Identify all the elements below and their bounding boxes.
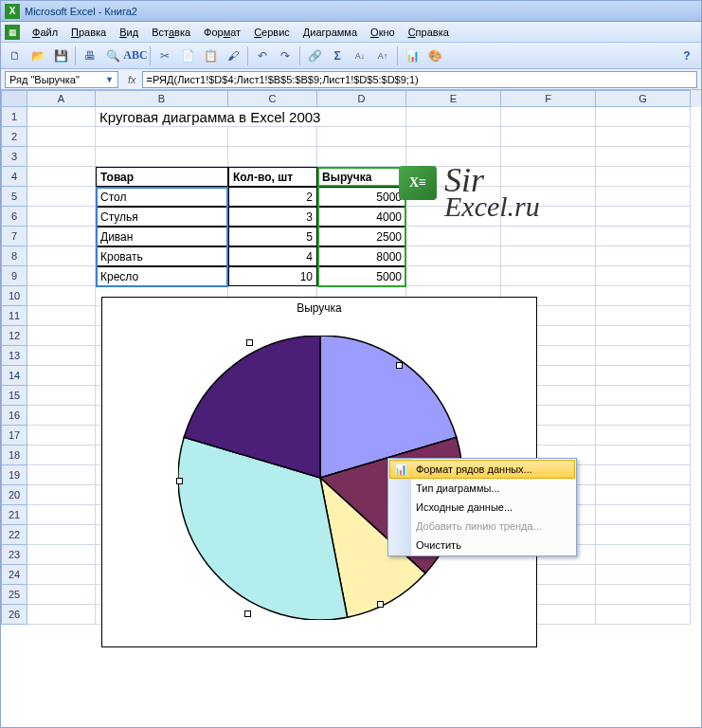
row-header-12[interactable]: 12 [1,326,27,346]
cell-E1[interactable] [406,107,501,127]
row-header-14[interactable]: 14 [1,366,27,386]
cell-D5[interactable]: 5000 [317,187,406,207]
cell-G14[interactable] [596,366,691,386]
copy-button[interactable]: 📄 [177,46,198,66]
drawing-toolbar-button[interactable]: 🎨 [424,46,445,66]
spreadsheet-grid[interactable]: A B C D E F G /*rows rendered below manu… [1,90,701,727]
spellcheck-button[interactable]: ABC [125,46,146,66]
row-header-4[interactable]: 4 [1,167,27,187]
cell-A2[interactable] [27,127,96,147]
row-header-11[interactable]: 11 [1,306,27,326]
row-header-21[interactable]: 21 [1,505,27,525]
menu-format[interactable]: Формат [197,25,247,40]
redo-button[interactable]: ↷ [275,46,296,66]
new-button[interactable]: 🗋 [5,46,26,66]
menu-edit[interactable]: Правка [64,25,113,40]
row-header-19[interactable]: 19 [1,465,27,485]
cell-A7[interactable] [27,227,96,246]
cell-A23[interactable] [27,545,96,565]
cell-F7[interactable] [501,227,596,246]
menu-chart[interactable]: Диаграмма [297,25,364,40]
cell-A21[interactable] [27,505,96,525]
autosum-button[interactable]: Σ [327,46,348,66]
cell-A15[interactable] [27,386,96,406]
row-header-24[interactable]: 24 [1,565,27,585]
undo-button[interactable]: ↶ [252,46,273,66]
cell-G20[interactable] [596,485,691,505]
cell-A1[interactable] [27,107,96,127]
cell-A22[interactable] [27,525,96,545]
cell-F8[interactable] [501,246,596,266]
cell-B4[interactable]: Товар [96,167,228,187]
cell-G5[interactable] [596,187,691,207]
cell-G19[interactable] [596,465,691,485]
name-box-dropdown-icon[interactable]: ▼ [105,75,114,84]
cell-A26[interactable] [27,605,96,625]
chart-handle[interactable] [377,601,384,608]
row-header-18[interactable]: 18 [1,446,27,465]
chart-wizard-button[interactable]: 📊 [402,46,423,66]
cell-A11[interactable] [27,306,96,326]
chart-handle[interactable] [244,610,251,617]
cell-G7[interactable] [596,227,691,246]
cell-G10[interactable] [596,286,691,306]
row-header-6[interactable]: 6 [1,207,27,227]
cell-B3[interactable] [96,147,228,167]
cell-G15[interactable] [596,386,691,406]
cell-D4[interactable]: Выручка [317,167,406,187]
cell-D8[interactable]: 8000 [317,246,406,266]
row-header-13[interactable]: 13 [1,346,27,366]
print-preview-button[interactable]: 🔍 [102,46,123,66]
cell-A17[interactable] [27,426,96,446]
ctx-chart-type[interactable]: Тип диаграммы... [389,479,575,498]
col-header-E[interactable]: E [406,90,501,107]
row-header-5[interactable]: 5 [1,187,27,207]
cell-D6[interactable]: 4000 [317,207,406,227]
row-header-10[interactable]: 10 [1,286,27,306]
row-header-3[interactable]: 3 [1,147,27,167]
cell-G26[interactable] [596,605,691,625]
cell-C8[interactable]: 4 [228,246,317,266]
cell-E8[interactable] [406,246,501,266]
col-header-C[interactable]: C [228,90,317,107]
ctx-source-data[interactable]: Исходные данные... [389,498,575,517]
row-header-8[interactable]: 8 [1,246,27,266]
cell-C2[interactable] [228,127,317,147]
cell-G2[interactable] [596,127,691,147]
cell-B8[interactable]: Кровать [96,246,228,266]
ctx-format-series[interactable]: 📊 Формат рядов данных... [389,460,575,479]
cell-G1[interactable] [596,107,691,127]
format-painter-button[interactable]: 🖌 [223,46,243,66]
cell-B5[interactable]: Стол [96,187,228,207]
help-button[interactable]: ? [676,46,697,66]
cell-B6[interactable]: Стулья [96,207,228,227]
cell-F2[interactable] [501,127,596,147]
chart-handle[interactable] [246,339,253,346]
cell-C4[interactable]: Кол-во, шт [228,167,317,187]
chart-handle[interactable] [396,362,403,369]
cell-G13[interactable] [596,346,691,366]
cell-C7[interactable]: 5 [228,227,317,246]
menu-file[interactable]: Файл [26,25,64,40]
row-header-22[interactable]: 22 [1,525,27,545]
cell-A6[interactable] [27,207,96,227]
menu-tools[interactable]: Сервис [247,25,297,40]
cell-A5[interactable] [27,187,96,207]
cell-G11[interactable] [596,306,691,326]
cell-G9[interactable] [596,266,691,286]
cell-B9[interactable]: Кресло [96,266,228,286]
cell-G16[interactable] [596,406,691,426]
menu-help[interactable]: Справка [402,25,456,40]
row-header-15[interactable]: 15 [1,386,27,406]
paste-button[interactable]: 📋 [200,46,221,66]
cell-D7[interactable]: 2500 [317,227,406,246]
row-header-9[interactable]: 9 [1,266,27,286]
cell-G24[interactable] [596,565,691,585]
cell-C9[interactable]: 10 [228,266,317,286]
cell-A13[interactable] [27,346,96,366]
cell-G18[interactable] [596,446,691,465]
cell-A3[interactable] [27,147,96,167]
menu-view[interactable]: Вид [113,25,145,40]
col-header-D[interactable]: D [317,90,406,107]
col-header-F[interactable]: F [501,90,596,107]
